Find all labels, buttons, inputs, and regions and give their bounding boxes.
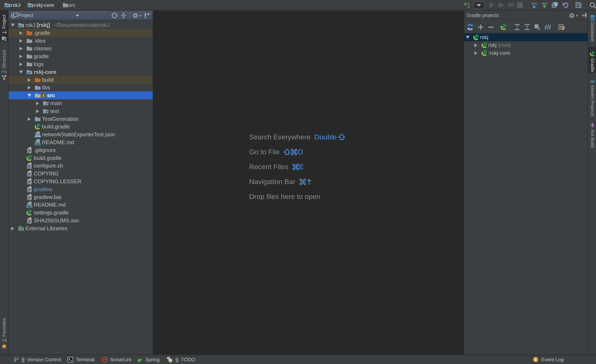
- svg-text:m: m: [590, 79, 595, 84]
- svg-text:MD: MD: [28, 205, 31, 208]
- svg-text:MD: MD: [36, 143, 39, 146]
- svg-text:01: 01: [468, 6, 470, 8]
- svg-text:JSON: JSON: [35, 135, 41, 138]
- svg-text:VCS: VCS: [531, 2, 537, 5]
- svg-text:1: 1: [535, 357, 537, 362]
- svg-text:VCS: VCS: [542, 2, 547, 5]
